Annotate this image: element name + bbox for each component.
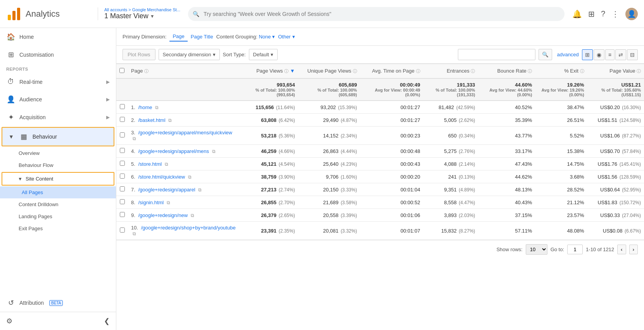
rows-per-page-select[interactable]: 10 25 50 100 500 <box>526 244 547 255</box>
account-path[interactable]: All accounts > Google Merchandise St... <box>104 7 180 12</box>
sidebar-item-realtime[interactable]: ⏱ Real-time ▶ <box>0 73 116 90</box>
row-unique-pv: 20,081 (3.32%) <box>298 222 360 240</box>
row-page-link[interactable]: /store.html/quickview <box>138 174 185 180</box>
row-page-link[interactable]: /google+redesign/apparel/mens/quickview <box>138 130 232 135</box>
pivot-view-btn[interactable]: ⊟ <box>627 49 638 60</box>
col-entrances-help[interactable]: ⓘ <box>471 69 475 73</box>
chart-view-btn[interactable]: ◉ <box>594 49 604 60</box>
secondary-dimension-dropdown[interactable]: Secondary dimension ▾ <box>159 49 220 60</box>
col-exit-help[interactable]: ⓘ <box>580 69 584 73</box>
advanced-link[interactable]: advanced <box>557 52 578 57</box>
row-checkbox[interactable] <box>120 186 125 191</box>
copy-icon[interactable]: ⧉ <box>191 213 194 218</box>
row-checkbox-cell[interactable] <box>116 209 128 222</box>
apps-icon[interactable]: ⊞ <box>588 9 595 19</box>
header-icons: 🔔 ⊞ ? ⋮ 👤 <box>572 8 638 20</box>
row-checkbox-cell[interactable] <box>116 196 128 209</box>
row-page-link[interactable]: /google+redesign/shop+by+brand/youtube <box>141 225 236 231</box>
other-dropdown[interactable]: Other ▾ <box>278 34 295 40</box>
col-value-help[interactable]: ⓘ <box>637 69 641 73</box>
col-page-help[interactable]: ⓘ <box>144 69 148 73</box>
checkbox-all-header[interactable] <box>116 64 128 79</box>
sidebar-item-overview[interactable]: Overview <box>0 147 116 159</box>
site-content-expand-icon: ▼ <box>18 176 22 182</box>
sidebar-item-exit-pages[interactable]: Exit Pages <box>0 222 116 234</box>
notifications-icon[interactable]: 🔔 <box>572 9 582 19</box>
row-checkbox[interactable] <box>120 148 125 153</box>
global-search-input[interactable] <box>188 7 565 21</box>
next-page-btn[interactable]: › <box>629 245 638 254</box>
table-search-button[interactable]: 🔍 <box>539 49 552 60</box>
row-checkbox[interactable] <box>120 228 125 233</box>
row-checkbox[interactable] <box>120 174 125 179</box>
sidebar-collapse-btn[interactable]: ❮ <box>104 317 110 325</box>
row-checkbox[interactable] <box>120 161 125 166</box>
row-checkbox-cell[interactable] <box>116 222 128 240</box>
copy-icon[interactable]: ⧉ <box>133 136 136 141</box>
sort-type-dropdown[interactable]: Default ▾ <box>249 49 278 60</box>
row-page-link[interactable]: /google+redesign/new <box>138 212 188 218</box>
row-checkbox-cell[interactable] <box>116 127 128 145</box>
sidebar-item-site-content[interactable]: ▼ Site Content <box>2 172 114 186</box>
dim-option-page[interactable]: Page <box>169 32 187 42</box>
sidebar-item-behaviour[interactable]: ▼ ▦ Behaviour <box>2 127 114 146</box>
row-checkbox-cell[interactable] <box>116 145 128 158</box>
row-page-link[interactable]: /google+redesign/apparel/mens <box>138 148 209 154</box>
more-icon[interactable]: ⋮ <box>611 9 619 19</box>
sidebar-item-home[interactable]: 🏠 Home <box>0 28 116 46</box>
row-checkbox-cell[interactable] <box>116 170 128 183</box>
dim-option-page-title[interactable]: Page Title <box>191 34 213 40</box>
sidebar-item-content-drilldown[interactable]: Content Drilldown <box>0 198 116 210</box>
sidebar-item-audience[interactable]: 👤 Audience ▶ <box>0 90 116 108</box>
copy-icon[interactable]: ⧉ <box>188 174 192 180</box>
col-avg-time-help[interactable]: ⓘ <box>416 69 420 73</box>
row-checkbox[interactable] <box>120 132 125 137</box>
list-view-btn[interactable]: ≡ <box>605 49 615 60</box>
view-selector[interactable]: 1 Master View ▼ <box>104 12 180 20</box>
row-checkbox-cell[interactable] <box>116 101 128 114</box>
row-checkbox-cell[interactable] <box>116 183 128 196</box>
row-page-link[interactable]: /google+redesign/apparel <box>138 187 195 193</box>
sidebar-item-acquisition[interactable]: ✦ Acquisition ▶ <box>0 108 116 126</box>
row-checkbox[interactable] <box>120 212 125 217</box>
col-page-views-sort[interactable]: ▼ <box>290 68 295 74</box>
row-page-link[interactable]: /basket.html <box>138 117 165 123</box>
copy-icon[interactable]: ⧉ <box>133 231 136 236</box>
table-view-btn[interactable]: ⊞ <box>582 49 593 60</box>
content-grouping-value[interactable]: None ▾ <box>259 34 275 40</box>
content-grouping-label: Content Grouping: None ▾ <box>216 34 275 40</box>
row-checkbox[interactable] <box>120 104 125 109</box>
avatar[interactable]: 👤 <box>625 8 638 20</box>
row-page-link[interactable]: /store.html <box>138 161 162 167</box>
copy-icon[interactable]: ⧉ <box>167 200 170 205</box>
copy-icon[interactable]: ⧉ <box>198 187 202 193</box>
go-to-label: Go to: <box>551 247 564 252</box>
col-unique-pv-help[interactable]: ⓘ <box>353 69 357 73</box>
sidebar-item-landing-pages[interactable]: Landing Pages <box>0 210 116 222</box>
svg-rect-2 <box>17 8 20 20</box>
settings-icon[interactable]: ⚙ <box>6 317 12 325</box>
copy-icon[interactable]: ⧉ <box>168 118 172 123</box>
plot-rows-button[interactable]: Plot Rows <box>123 49 155 60</box>
row-checkbox-cell[interactable] <box>116 114 128 127</box>
sidebar-item-all-pages[interactable]: All Pages <box>0 186 116 198</box>
row-checkbox-cell[interactable] <box>116 158 128 170</box>
sidebar-item-attribution[interactable]: ↺ Attribution BETA <box>0 294 116 312</box>
copy-icon[interactable]: ⧉ <box>165 162 168 167</box>
prev-page-btn[interactable]: ‹ <box>617 245 626 254</box>
row-checkbox[interactable] <box>120 199 125 204</box>
copy-icon[interactable]: ⧉ <box>212 149 216 154</box>
sidebar-item-customisation[interactable]: ⊞ Customisation <box>0 46 116 64</box>
copy-icon[interactable]: ⧉ <box>155 105 159 110</box>
row-page-link[interactable]: /signin.html <box>138 200 164 205</box>
table-search-input[interactable] <box>458 49 535 60</box>
row-checkbox[interactable] <box>120 117 125 122</box>
help-icon[interactable]: ? <box>601 9 605 18</box>
col-page-views-help[interactable]: ⓘ <box>284 69 288 73</box>
col-bounce-help[interactable]: ⓘ <box>528 69 532 73</box>
row-page-link[interactable]: /home <box>138 104 152 110</box>
compare-view-btn[interactable]: ⇄ <box>615 49 626 60</box>
select-all-checkbox[interactable] <box>119 68 124 73</box>
go-to-input[interactable] <box>567 245 583 254</box>
sidebar-item-behaviour-flow[interactable]: Behaviour Flow <box>0 159 116 171</box>
